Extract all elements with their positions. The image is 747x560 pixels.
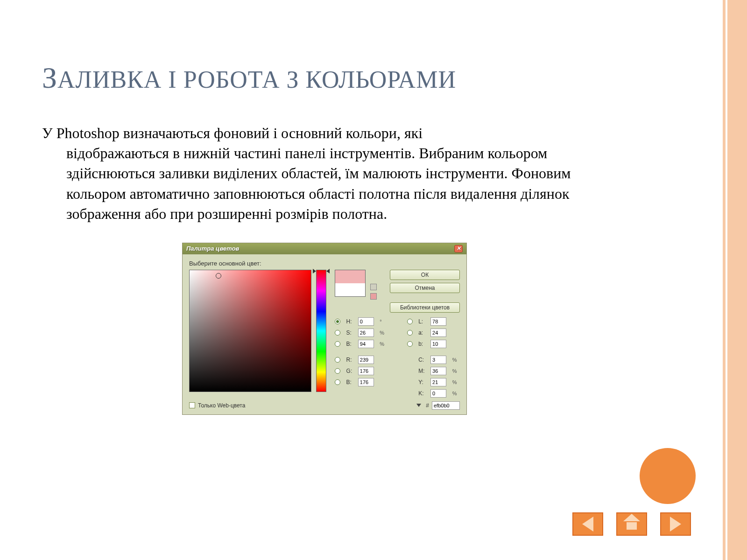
input-g[interactable]: [358, 367, 374, 375]
slide-nav: [572, 512, 691, 536]
saturation-value-field[interactable]: [189, 270, 311, 392]
input-y[interactable]: [430, 378, 446, 386]
prev-slide-button[interactable]: [572, 512, 603, 536]
web-colors-checkbox[interactable]: [189, 402, 195, 408]
input-a[interactable]: [430, 329, 446, 337]
radio-b-lab[interactable]: [407, 341, 413, 347]
triangle-icon: [416, 404, 421, 407]
slide-body-text: У Photoshop визначаються фоновий і основ…: [42, 123, 593, 224]
input-c[interactable]: [430, 356, 446, 364]
dialog-title: Палитра цветов: [186, 245, 239, 252]
cube-icon[interactable]: [370, 284, 377, 290]
decor-circle: [640, 448, 696, 504]
next-slide-button[interactable]: [660, 512, 691, 536]
ok-button[interactable]: ОК: [390, 270, 460, 280]
web-colors-label: Только Web-цвета: [198, 402, 245, 409]
close-icon[interactable]: ✕: [454, 245, 463, 252]
cancel-button[interactable]: Отмена: [390, 283, 460, 293]
input-b-hsb[interactable]: [358, 340, 374, 348]
input-k[interactable]: [430, 389, 446, 398]
radio-l[interactable]: [407, 319, 413, 324]
color-preview-swatch: [335, 270, 366, 297]
hex-input[interactable]: [432, 401, 460, 410]
color-picker-dialog: Палитра цветов ✕ Выберите основной цвет:: [182, 243, 467, 415]
home-icon: [625, 518, 639, 530]
input-b-lab[interactable]: [430, 340, 446, 348]
dialog-prompt: Выберите основной цвет:: [189, 260, 460, 267]
radio-a[interactable]: [407, 330, 413, 336]
hex-label: #: [426, 402, 429, 409]
input-m[interactable]: [430, 367, 446, 375]
input-h[interactable]: [358, 317, 374, 326]
radio-s[interactable]: [335, 330, 340, 336]
input-l[interactable]: [430, 317, 446, 326]
radio-b-hsb[interactable]: [335, 341, 340, 347]
hue-slider[interactable]: [316, 270, 326, 392]
radio-h[interactable]: [335, 319, 340, 324]
color-cursor-icon: [216, 273, 221, 279]
slide-content: ЗАЛИВКА І РОБОТА З КОЛЬОРАМИ У Photoshop…: [0, 0, 747, 434]
slide-title: ЗАЛИВКА І РОБОТА З КОЛЬОРАМИ: [42, 61, 700, 95]
input-s[interactable]: [358, 329, 374, 337]
arrow-left-icon: [582, 517, 593, 532]
arrow-right-icon: [670, 517, 681, 532]
dialog-titlebar: Палитра цветов ✕: [183, 243, 466, 254]
color-value-fields: H: ° L: S: %: [335, 317, 460, 398]
home-slide-button[interactable]: [616, 512, 647, 536]
input-b-rgb[interactable]: [358, 378, 374, 386]
radio-r[interactable]: [335, 357, 340, 363]
color-libraries-button[interactable]: Библиотеки цветов: [390, 302, 460, 313]
radio-g[interactable]: [335, 368, 340, 374]
input-r[interactable]: [358, 356, 374, 364]
slide-right-decoration: [719, 0, 747, 560]
warning-swatch-icon[interactable]: [370, 293, 377, 300]
radio-b-rgb[interactable]: [335, 379, 340, 385]
